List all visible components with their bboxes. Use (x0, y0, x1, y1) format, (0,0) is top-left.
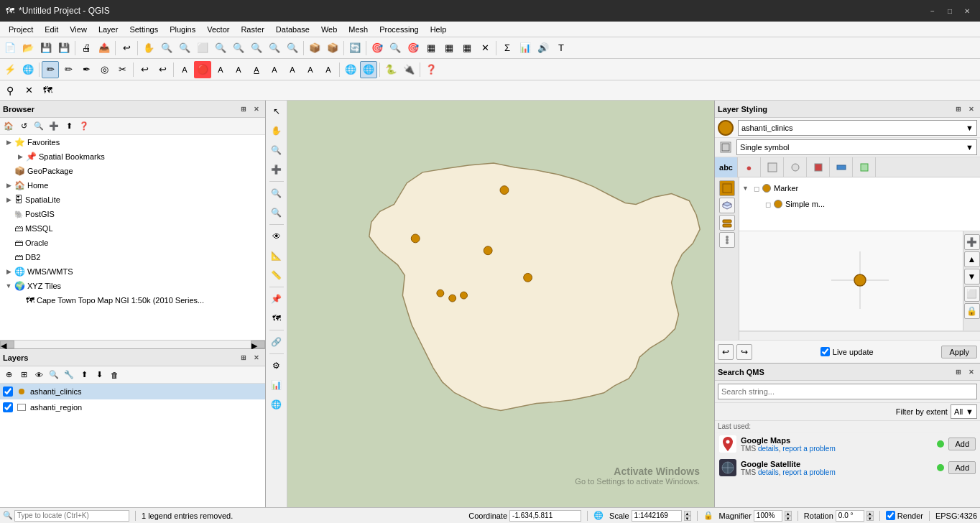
menu-mesh[interactable]: Mesh (343, 22, 374, 37)
tb-measure[interactable]: 📊 (517, 40, 534, 57)
render-checkbox[interactable] (886, 511, 895, 520)
tb2-circle[interactable]: ◎ (96, 61, 113, 78)
magnifier-up-btn[interactable]: ▲ (785, 511, 792, 516)
symbol-tree-marker[interactable]: ▼ ◻ Marker (742, 180, 977, 196)
tb-layer-toggle[interactable]: 📦 (306, 40, 323, 57)
styling-tab-0[interactable]: abc (715, 157, 738, 177)
layer-item-region[interactable]: ashanti_region (0, 399, 265, 415)
menu-processing[interactable]: Processing (374, 22, 424, 37)
layers-settings[interactable]: 🔧 (62, 368, 76, 382)
symbol-tree-simple-marker[interactable]: ◻ Simple m... (742, 196, 977, 212)
tb2-label5[interactable]: A (248, 61, 265, 78)
browser-item-wms[interactable]: ▶ 🌐 WMS/WMTS (0, 264, 265, 279)
layers-panel-close[interactable]: ✕ (251, 352, 262, 364)
search-qms-input[interactable] (718, 384, 977, 399)
layer-dropdown[interactable]: ashanti_clinics ▼ (738, 120, 977, 136)
browser-home[interactable]: 🏠 (1, 119, 16, 134)
lt-pan[interactable]: ✋ (267, 121, 286, 140)
google-satellite-add-btn[interactable]: Add (948, 461, 976, 474)
lt-zoom-in[interactable]: 🔍 (267, 141, 286, 159)
tb2-globe2[interactable]: 🌐 (360, 61, 377, 78)
browser-filter[interactable]: 🔍 (32, 119, 46, 134)
preview-copy-btn[interactable]: ⬜ (964, 286, 980, 302)
browser-panel-close[interactable]: ✕ (251, 103, 262, 115)
layer-clinics-visibility[interactable] (3, 387, 13, 397)
tb2-python[interactable]: 🐍 (382, 61, 399, 78)
scale-down-btn[interactable]: ▼ (684, 516, 691, 521)
lt-digitize[interactable]: 📐 (267, 246, 286, 265)
tb2-label3[interactable]: A (212, 61, 229, 78)
styling-tab-6[interactable] (853, 157, 876, 177)
symbol-hscroll[interactable] (739, 331, 980, 340)
tb-select3[interactable]: ▦ (440, 40, 458, 57)
locate-input[interactable] (14, 510, 129, 522)
qms-item-google-satellite[interactable]: Google Satellite TMS details, report a p… (715, 456, 980, 480)
tb-select-rect[interactable]: 🎯 (405, 40, 422, 57)
tb-identify[interactable]: 🎯 (369, 40, 386, 57)
symbol-3d-btn[interactable] (719, 198, 735, 213)
tb-zoom-out[interactable]: 🔍 (176, 40, 193, 57)
layers-panel-float[interactable]: ⊞ (238, 352, 249, 364)
browser-item-oracle[interactable]: 🗃 Oracle (0, 236, 265, 250)
menu-help[interactable]: Help (425, 22, 453, 37)
browser-panel-float[interactable]: ⊞ (238, 103, 249, 115)
lt-stats[interactable]: 📊 (267, 376, 286, 394)
styling-undo-btn[interactable]: ↩ (718, 344, 734, 360)
magnifier-down-btn[interactable]: ▼ (785, 516, 792, 521)
lt-zoom-out[interactable]: ➕ (267, 160, 286, 179)
symbol-more-btn[interactable] (719, 232, 735, 248)
menu-settings[interactable]: Settings (124, 22, 164, 37)
lt-settings[interactable]: ⚙ (267, 356, 286, 375)
styling-tab-3[interactable] (784, 157, 807, 177)
styling-tab-2[interactable] (761, 157, 784, 177)
tb-saveas[interactable]: 💾 (55, 40, 73, 57)
scale-input[interactable] (632, 510, 682, 522)
preview-down-btn[interactable]: ▼ (964, 269, 980, 284)
tb2-plugin[interactable]: 🔌 (400, 61, 417, 78)
scale-up-btn[interactable]: ▲ (684, 511, 691, 516)
tb-locate-zoom[interactable]: 🗺 (39, 82, 56, 99)
tb-zoom-select[interactable]: 🔍 (248, 40, 265, 57)
minimize-button[interactable]: − (925, 4, 940, 18)
tb2-digitize[interactable]: ✒ (78, 61, 95, 78)
magnifier-input[interactable] (754, 510, 782, 522)
tb2-cut[interactable]: ✂ (114, 61, 131, 78)
live-update-checkbox[interactable] (820, 347, 830, 356)
lt-bookmarks[interactable]: 🗺 (267, 309, 286, 328)
preview-up-btn[interactable]: ▲ (964, 251, 980, 267)
browser-item-spatial-bookmarks[interactable]: ▶ 📌 Spatial Bookmarks (0, 149, 265, 164)
tb2-label2[interactable]: 🔴 (194, 61, 211, 78)
tb2-globe[interactable]: 🌐 (342, 61, 359, 78)
browser-add[interactable]: ➕ (47, 119, 61, 134)
tb-refresh[interactable]: 🔄 (346, 40, 364, 57)
menu-vector[interactable]: Vector (201, 22, 235, 37)
tb-info[interactable]: 🔍 (387, 40, 404, 57)
lt-query[interactable]: 🔗 (267, 333, 286, 351)
tb2-help[interactable]: ❓ (422, 61, 440, 78)
browser-item-favorites[interactable]: ▶ ⭐ Favorites (0, 135, 265, 149)
tb-stats[interactable]: Σ (499, 40, 516, 57)
tb-new[interactable]: 📄 (1, 40, 19, 57)
tb-deselect2[interactable]: ✕ (476, 40, 494, 57)
lt-map-tips[interactable]: 📌 (267, 290, 286, 308)
tb-zoom-layer[interactable]: 🔍 (230, 40, 247, 57)
lt-node-tool[interactable]: 📏 (267, 266, 286, 284)
browser-hscroll[interactable]: ◀ ▶ (0, 340, 265, 348)
tb2-label6[interactable]: A (266, 61, 283, 78)
search-qms-float[interactable]: ⊞ (953, 366, 964, 378)
layer-region-visibility[interactable] (3, 402, 13, 412)
filter-extent-dropdown[interactable]: All ▼ (951, 404, 977, 419)
tb-save[interactable]: 💾 (37, 40, 55, 57)
menu-database[interactable]: Database (270, 22, 315, 37)
tb-sound[interactable]: 🔊 (535, 40, 552, 57)
menu-web[interactable]: Web (315, 22, 343, 37)
tb2-undo2[interactable]: ↩ (136, 61, 153, 78)
maximize-button[interactable]: □ (943, 4, 957, 18)
tb-print[interactable]: 🖨 (78, 40, 95, 57)
google-maps-add-btn[interactable]: Add (948, 438, 976, 450)
tb-deselect[interactable]: ▦ (458, 40, 476, 57)
menu-layer[interactable]: Layer (93, 22, 124, 37)
browser-item-geopackage[interactable]: 📦 GeoPackage (0, 164, 265, 178)
tb2-save-edit[interactable]: ✏ (60, 61, 77, 78)
browser-item-postgis[interactable]: 🐘 PostGIS (0, 207, 265, 221)
